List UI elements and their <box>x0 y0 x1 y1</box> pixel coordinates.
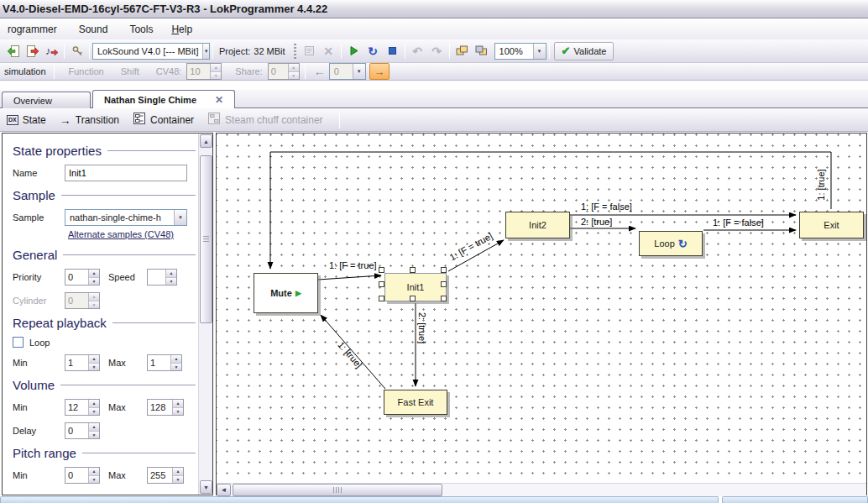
function-label: Function <box>57 66 112 76</box>
spin-down-icon: ▼ <box>89 408 99 416</box>
pitch-min-spinner[interactable]: 0 ▲▼ <box>65 467 100 484</box>
spin-down-icon: ▼ <box>211 72 221 80</box>
tab-overview-label: Overview <box>13 96 52 106</box>
speed-spinner[interactable]: ▲▼ <box>147 269 177 286</box>
name-label: Name <box>13 168 65 178</box>
add-container-button[interactable]: Container <box>133 112 194 128</box>
container-icon <box>133 112 146 128</box>
repeat-min-spinner[interactable]: 1 ▲▼ <box>65 354 100 371</box>
state-icon: DX <box>7 115 18 125</box>
scroll-thumb[interactable] <box>233 484 442 496</box>
spin-down-icon: ▼ <box>171 364 181 371</box>
tab-nathan-single-chime[interactable]: Nathan Single Chime ✕ <box>92 90 235 108</box>
name-field[interactable] <box>65 165 187 181</box>
spin-down-icon: ▼ <box>89 364 99 371</box>
menu-programmer[interactable]: rogrammer <box>0 21 65 38</box>
state-label: Mute <box>270 288 292 298</box>
menu-sound[interactable]: Sound <box>71 21 116 38</box>
volume-min-spinner[interactable]: 12 ▲▼ <box>65 399 100 416</box>
scroll-left-icon[interactable]: ◄ <box>217 484 231 496</box>
spin-up-icon: ▲ <box>211 64 221 72</box>
add-steam-chuff-container-button: Steam chuff container <box>207 112 323 128</box>
pitch-max-spinner[interactable]: 255 ▲▼ <box>147 467 184 484</box>
write-project-icon[interactable] <box>23 42 42 60</box>
state-node-loop[interactable]: Loop ↻ <box>639 231 703 256</box>
state-node-init2[interactable]: Init2 <box>505 212 570 238</box>
menu-bar: rogrammer Sound Tools Help <box>0 18 868 39</box>
selection-handle[interactable] <box>379 281 384 287</box>
validate-button[interactable]: ✔ Validate <box>554 42 614 60</box>
priority-spinner[interactable]: 0 ▲▼ <box>65 269 100 286</box>
section-repeat-playback: Repeat playback <box>13 316 199 330</box>
state-node-exit[interactable]: Exit <box>799 212 864 238</box>
loop-icon: ↻ <box>678 238 688 250</box>
steam-chuff-container-label: Steam chuff container <box>225 114 323 126</box>
panel-scrollbar[interactable]: ▲ ▼ <box>198 134 212 495</box>
state-label: Init1 <box>407 282 425 292</box>
add-state-button[interactable]: DX State <box>7 114 46 126</box>
project-size-value: 32 MBit <box>254 46 290 56</box>
zoom-out-icon[interactable] <box>472 42 491 60</box>
play-icon[interactable] <box>344 42 363 60</box>
sample-select[interactable]: nathan-single-chime-h ▼ <box>65 209 187 226</box>
tab-overview[interactable]: Overview <box>2 92 91 108</box>
state-label: Fast Exit <box>398 397 434 407</box>
state-node-mute[interactable]: Mute ▶ <box>254 273 318 313</box>
open-project-icon[interactable] <box>3 42 23 60</box>
scroll-thumb[interactable] <box>200 155 212 323</box>
loop-play-icon[interactable]: ↻ <box>363 42 383 60</box>
loop-checkbox[interactable] <box>13 337 24 348</box>
section-volume: Volume <box>13 378 199 392</box>
zoom-in-icon[interactable] <box>452 42 472 60</box>
delay-spinner[interactable]: 0 ▲▼ <box>65 422 100 439</box>
volume-max-spinner[interactable]: 128 ▲▼ <box>147 399 184 416</box>
selection-handle[interactable] <box>379 267 384 273</box>
selection-handle[interactable] <box>410 267 416 273</box>
spin-up-icon: ▲ <box>89 468 99 476</box>
window-title: V4.0-Diesel-EMD-16cyl-567C-FT-V3-R3 - Lo… <box>3 3 327 15</box>
shift-label: Shift <box>112 66 148 76</box>
scroll-up-icon[interactable]: ▲ <box>200 134 212 148</box>
zoom-level-select[interactable]: 100% ▼ <box>494 43 546 60</box>
delete-icon: ✕ <box>319 42 338 60</box>
tab-close-icon[interactable]: ✕ <box>215 94 223 106</box>
chevron-down-icon[interactable]: ▼ <box>202 44 209 59</box>
menu-tools[interactable]: Tools <box>122 21 160 38</box>
chevron-down-icon[interactable]: ▼ <box>174 210 186 225</box>
selection-handle[interactable] <box>441 281 447 287</box>
selection-handle[interactable] <box>441 296 447 301</box>
nav-next-button[interactable]: → <box>369 63 390 80</box>
state-node-fast-exit[interactable]: Fast Exit <box>384 390 447 415</box>
selection-handle[interactable] <box>441 267 447 273</box>
write-sound-icon[interactable]: ♪ <box>42 42 61 60</box>
state-diagram-canvas[interactable]: 1: [true] 1: [F = true] 1: [F = true] 1:… <box>216 133 867 495</box>
selection-handle[interactable] <box>379 296 384 301</box>
status-section-right <box>722 496 868 503</box>
loop-label: Loop <box>29 338 50 348</box>
toolbar-separator <box>305 64 306 79</box>
menu-help[interactable]: Help <box>164 21 200 38</box>
redo-icon: ↷ <box>427 42 447 60</box>
canvas-horizontal-scrollbar[interactable]: ◄ <box>217 483 866 496</box>
stop-icon[interactable] <box>383 42 402 60</box>
disabled-tool-icon <box>300 42 319 60</box>
state-node-init1[interactable]: Init1 <box>384 273 447 301</box>
section-state-properties: State properties <box>13 144 199 158</box>
toolbar-separator <box>341 44 342 59</box>
add-transition-button[interactable]: → Transition <box>60 113 119 127</box>
device-select[interactable]: LokSound V4.0 [--- MBit] ▼ <box>92 43 210 60</box>
transition-exit-mute[interactable] <box>270 152 831 269</box>
alternate-samples-link[interactable]: Alternate samples (CV48) <box>68 229 174 239</box>
repeat-max-spinner[interactable]: 1 ▲▼ <box>147 354 182 371</box>
selection-handle[interactable] <box>410 296 416 301</box>
programmer-connection-icon[interactable] <box>67 42 86 60</box>
transition-label: 1: [F = true] <box>447 231 494 263</box>
toolbar-grip[interactable] <box>294 44 296 59</box>
scroll-down-icon[interactable]: ▼ <box>200 480 212 494</box>
simulation-toolbar: simulation Function Shift CV48: 10 ▲▼ Sh… <box>0 63 868 81</box>
volume-min-value: 12 <box>65 400 88 415</box>
cylinder-label: Cylinder <box>13 296 65 306</box>
chevron-down-icon[interactable]: ▼ <box>533 44 546 59</box>
transition-mute-init1[interactable] <box>318 275 381 280</box>
pitch-min-value: 0 <box>65 468 88 483</box>
